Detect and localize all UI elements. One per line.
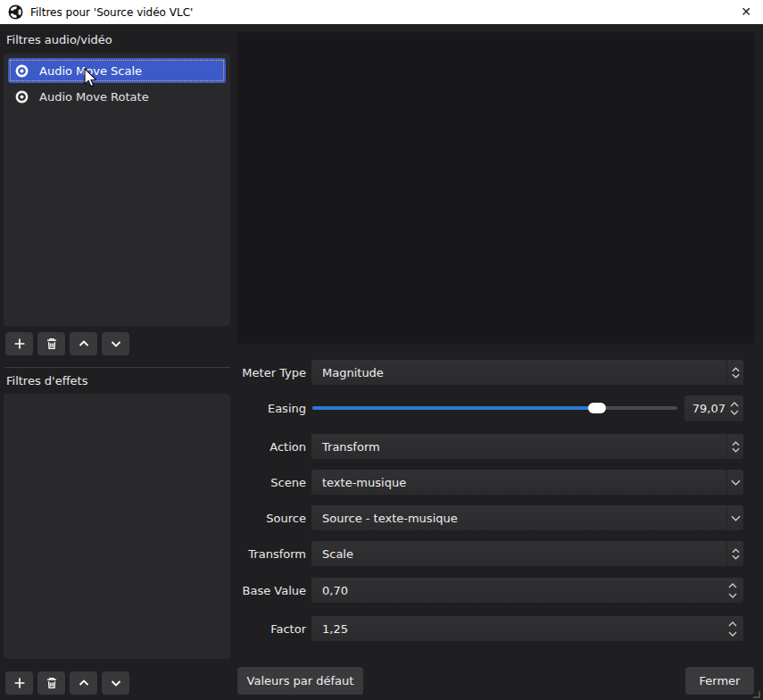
chevron-up-icon [77, 676, 91, 690]
slider-fill [312, 406, 601, 410]
form-row-factor: Factor 1,25 [237, 616, 743, 641]
remove-filter-button[interactable] [37, 671, 65, 695]
add-filter-button[interactable] [5, 671, 33, 695]
add-filter-button[interactable] [5, 332, 33, 355]
form-row-transform: Transform Scale [237, 541, 743, 566]
trash-icon [45, 337, 59, 351]
meter-type-label: Meter Type [237, 366, 306, 379]
remove-filter-button[interactable] [37, 332, 65, 355]
form-row-source: Source Source - texte-musique [237, 505, 743, 530]
close-icon[interactable]: ✕ [737, 3, 755, 21]
action-value: Transform [322, 440, 380, 454]
form-row-meter-type: Meter Type Magnitude [237, 360, 743, 385]
resize-grip[interactable] [752, 690, 760, 698]
spin-updown-icon[interactable] [728, 396, 741, 421]
spin-updown-icon[interactable] [726, 616, 740, 641]
effects-filters-header: Filtres d'effets [6, 374, 87, 388]
action-label: Action [237, 440, 306, 454]
chevron-up-icon [77, 337, 91, 351]
combo-updown-icon [726, 541, 743, 566]
defaults-button-label: Valeurs par défaut [247, 674, 354, 688]
combo-updown-icon [726, 434, 743, 459]
visibility-eye-icon[interactable] [14, 89, 29, 104]
move-filter-up-button[interactable] [70, 671, 97, 695]
factor-spinbox[interactable]: 1,25 [311, 616, 743, 641]
scene-combobox[interactable]: texte-musique [311, 470, 743, 495]
filter-name: Audio Move Rotate [39, 90, 149, 104]
list-item-audio-move-scale[interactable]: Audio Move Scale [8, 58, 226, 83]
source-combobox[interactable]: Source - texte-musique [311, 505, 743, 530]
easing-label: Easing [237, 402, 306, 415]
transform-combobox[interactable]: Scale [311, 541, 743, 566]
chevron-down-icon [109, 676, 123, 690]
base-value-label: Base Value [237, 584, 306, 597]
panel-separator [4, 367, 230, 368]
defaults-button[interactable]: Valeurs par défaut [237, 667, 363, 695]
meter-type-value: Magnitude [322, 366, 384, 379]
trash-icon [45, 676, 59, 690]
source-label: Source [237, 512, 306, 525]
base-value-spinbox[interactable]: 0,70 [311, 578, 743, 603]
effects-filters-list[interactable] [4, 394, 230, 659]
transform-label: Transform [237, 547, 306, 561]
factor-label: Factor [237, 622, 306, 636]
slider-track[interactable] [312, 406, 677, 410]
easing-slider[interactable] [311, 396, 678, 421]
transform-value: Scale [322, 547, 353, 561]
filter-preview-area [237, 32, 754, 344]
scene-label: Scene [237, 476, 306, 489]
form-row-easing: Easing 79,07 [237, 396, 743, 421]
slider-handle[interactable] [588, 403, 606, 413]
scene-value: texte-musique [322, 476, 406, 489]
source-value: Source - texte-musique [322, 512, 458, 525]
factor-value: 1,25 [322, 622, 348, 636]
audio-filters-toolbar [5, 332, 129, 355]
base-value: 0,70 [322, 584, 348, 597]
form-row-base-value: Base Value 0,70 [237, 578, 743, 603]
close-button-label: Fermer [700, 674, 741, 688]
chevron-down-icon [726, 505, 743, 530]
list-item-audio-move-rotate[interactable]: Audio Move Rotate [8, 84, 226, 109]
effects-filters-toolbar [5, 671, 129, 695]
add-icon [12, 676, 27, 690]
window-title: Filtres pour 'Source vidéo VLC' [30, 6, 193, 19]
audio-filters-list[interactable]: Audio Move Scale Audio Move Rotate [4, 54, 230, 326]
move-filter-down-button[interactable] [102, 671, 129, 695]
mouse-cursor [83, 68, 98, 89]
action-combobox[interactable]: Transform [311, 434, 743, 459]
easing-spinbox[interactable]: 79,07 [684, 396, 743, 421]
move-filter-up-button[interactable] [70, 332, 97, 355]
move-filter-down-button[interactable] [102, 332, 129, 355]
combo-updown-icon [726, 360, 743, 385]
meter-type-combobox[interactable]: Magnitude [311, 360, 743, 385]
form-row-scene: Scene texte-musique [237, 470, 743, 495]
chevron-down-icon [726, 470, 743, 495]
chevron-down-icon [109, 337, 123, 351]
form-row-action: Action Transform [237, 434, 743, 459]
titlebar: Filtres pour 'Source vidéo VLC' ✕ [0, 0, 763, 24]
add-icon [12, 337, 27, 351]
obs-logo-icon [8, 4, 23, 20]
audio-filters-header: Filtres audio/vidéo [6, 33, 112, 46]
easing-value: 79,07 [693, 402, 726, 415]
spin-updown-icon[interactable] [726, 578, 740, 603]
close-dialog-button[interactable]: Fermer [685, 667, 754, 695]
visibility-eye-icon[interactable] [14, 63, 29, 79]
